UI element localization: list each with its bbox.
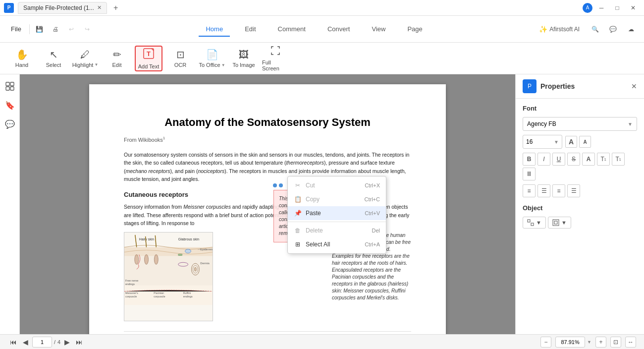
context-menu-paste[interactable]: 📌 Paste Ctrl+V	[288, 206, 386, 220]
print-button[interactable]: 🖨	[49, 22, 62, 36]
toolbar-icons: 💾 🖨 ↩ ↪	[33, 22, 94, 36]
tab-item[interactable]: Sample File-Protected (1... ✕	[18, 2, 107, 14]
window-controls: A ─ □ ✕	[583, 1, 640, 15]
text-color-button[interactable]: A	[582, 153, 595, 166]
zoom-controls: ▼	[555, 337, 591, 348]
decrease-font-size-button[interactable]: A	[579, 136, 591, 148]
hand-tool-button[interactable]: ✋ Hand	[8, 46, 36, 71]
add-tab-button[interactable]: +	[111, 3, 121, 13]
page-title: Anatomy of the Somatosensory System	[124, 114, 411, 130]
ocr-label: OCR	[174, 62, 186, 68]
ribbon: ✋ Hand ↖ Select 🖊 Highlight ▼ ✏ Edit T A…	[0, 43, 644, 74]
bold-button[interactable]: B	[523, 153, 536, 166]
close-button[interactable]: ✕	[626, 1, 640, 15]
to-image-tool-button[interactable]: 🖼 To Image	[230, 46, 258, 71]
page-number-input[interactable]	[32, 337, 52, 348]
properties-panel-close-button[interactable]: ✕	[631, 82, 637, 90]
cloud-button[interactable]: ☁	[624, 22, 638, 36]
handle-dot-2[interactable]	[279, 183, 283, 187]
select-all-icon: ⊞	[294, 240, 302, 248]
select-icon: ↖	[50, 49, 58, 60]
thumbnails-button[interactable]	[2, 78, 18, 94]
delete-item-left: 🗑 Delete	[294, 226, 323, 235]
select-all-item-left: ⊞ Select All	[294, 240, 330, 249]
subscript-button[interactable]: T1	[612, 153, 625, 166]
fit-width-button[interactable]: ↔	[625, 337, 636, 348]
context-menu-copy[interactable]: 📋 Copy Ctrl+C	[288, 192, 386, 206]
properties-panel-body: Font Agency FB ▼ 16 ▼ A A	[516, 99, 644, 334]
handle-dot-1[interactable]	[273, 183, 277, 187]
next-page-button[interactable]: ▶	[62, 337, 72, 347]
font-family-value: Agency FB	[527, 120, 556, 127]
tab-page[interactable]: Page	[400, 22, 429, 37]
align-right-button[interactable]: ≡	[552, 184, 565, 197]
tab-view[interactable]: View	[365, 22, 392, 37]
paste-label: Paste	[306, 209, 321, 218]
ocr-icon: ⊡	[176, 49, 185, 60]
align-center-button[interactable]: ☰	[537, 184, 550, 197]
text-box-handles	[273, 183, 283, 187]
save-button[interactable]: 💾	[33, 22, 47, 36]
cut-icon: ✂	[294, 181, 302, 189]
tab-close-icon[interactable]: ✕	[97, 4, 102, 11]
object-position-button[interactable]: ▼	[523, 217, 546, 229]
context-menu-select-all[interactable]: ⊞ Select All Ctrl+A	[288, 237, 386, 251]
svg-text:Pacinian: Pacinian	[154, 291, 164, 294]
ai-label: Afirstsoft AI	[549, 26, 580, 33]
svg-rect-10	[124, 247, 213, 256]
zoom-out-button[interactable]: −	[540, 337, 551, 348]
file-menu-button[interactable]: File	[6, 25, 26, 33]
context-menu-delete[interactable]: 🗑 Delete Del	[288, 224, 386, 237]
fit-page-button[interactable]: ⊡	[610, 337, 621, 348]
undo-button[interactable]: ↩	[64, 22, 78, 36]
titlebar: P Sample File-Protected (1... ✕ + A ─ □ …	[0, 0, 644, 16]
titlebar-left: P Sample File-Protected (1... ✕ +	[4, 2, 121, 14]
add-text-tool-button[interactable]: T Add Text	[135, 46, 162, 71]
font-family-arrow-icon: ▼	[628, 121, 633, 127]
italic-button[interactable]: I	[537, 153, 550, 166]
cut-shortcut: Ctrl+X	[365, 181, 380, 190]
ai-button[interactable]: ✨ Afirstsoft AI	[534, 23, 585, 35]
tab-home[interactable]: Home	[199, 22, 230, 37]
edit-tool-button[interactable]: ✏ Edit	[103, 46, 131, 71]
to-office-tool-button[interactable]: 📄 To Office ▼	[198, 46, 226, 71]
tab-edit[interactable]: Edit	[238, 22, 263, 37]
chat-button[interactable]: 💬	[606, 22, 620, 36]
text-highlight-button[interactable]: Ⅲ	[523, 168, 536, 180]
increase-font-size-button[interactable]: A	[565, 136, 577, 148]
superscript-button[interactable]: T1	[597, 153, 610, 166]
maximize-button[interactable]: □	[610, 1, 624, 15]
footnote: 1 The following description is based on …	[124, 331, 411, 334]
context-menu-cut[interactable]: ✂ Cut Ctrl+X	[288, 178, 386, 192]
object-size-button[interactable]: ▼	[548, 217, 571, 229]
status-right: − ▼ + ⊡ ↔	[540, 337, 636, 348]
search-button[interactable]: 🔍	[589, 22, 602, 36]
select-tool-button[interactable]: ↖ Select	[40, 46, 67, 71]
object-position-label: ▼	[536, 220, 541, 226]
first-page-button[interactable]: ⏮	[8, 337, 19, 347]
font-family-select[interactable]: Agency FB ▼	[523, 117, 637, 131]
zoom-in-button[interactable]: +	[595, 337, 606, 348]
delete-icon: 🗑	[294, 227, 302, 234]
bookmarks-button[interactable]: 🔖	[2, 97, 18, 113]
font-size-select[interactable]: 16 ▼	[523, 135, 562, 149]
prev-page-button[interactable]: ◀	[21, 337, 30, 347]
svg-rect-22	[178, 254, 182, 256]
align-left-button[interactable]: ≡	[523, 184, 536, 197]
minimize-button[interactable]: ─	[594, 1, 608, 15]
object-size-label: ▼	[561, 220, 567, 226]
tab-comment[interactable]: Comment	[271, 22, 313, 37]
align-justify-button[interactable]: ☰	[567, 184, 580, 197]
comments-button[interactable]: 💬	[2, 116, 18, 132]
highlight-icon: 🖊	[80, 49, 90, 60]
ocr-tool-button[interactable]: ⊡ OCR	[166, 46, 194, 71]
to-office-label: To Office	[199, 62, 220, 68]
tab-convert[interactable]: Convert	[321, 22, 357, 37]
strikethrough-button[interactable]: S	[567, 153, 580, 166]
underline-button[interactable]: U	[552, 153, 565, 166]
highlight-tool-button[interactable]: 🖊 Highlight ▼	[71, 46, 99, 71]
zoom-input[interactable]	[555, 337, 585, 348]
redo-button[interactable]: ↪	[80, 22, 94, 36]
last-page-button[interactable]: ⏭	[74, 337, 85, 347]
full-screen-tool-button[interactable]: Full Screen	[262, 46, 289, 71]
